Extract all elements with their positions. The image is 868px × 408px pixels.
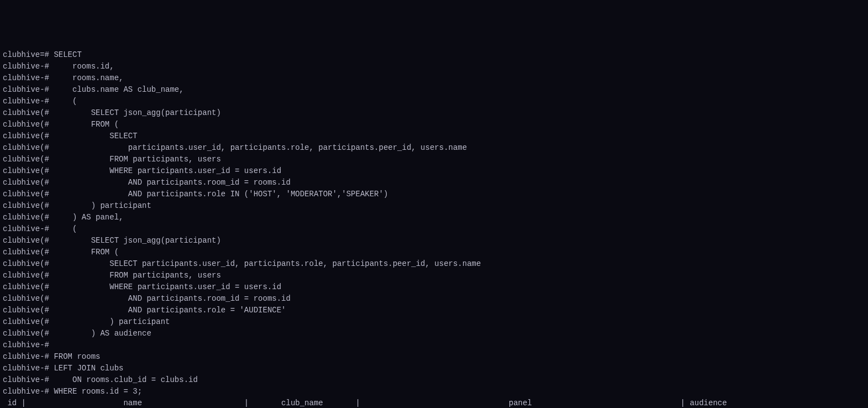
terminal-output[interactable]: clubhive=# SELECT clubhive-# rooms.id, c… <box>3 49 865 408</box>
